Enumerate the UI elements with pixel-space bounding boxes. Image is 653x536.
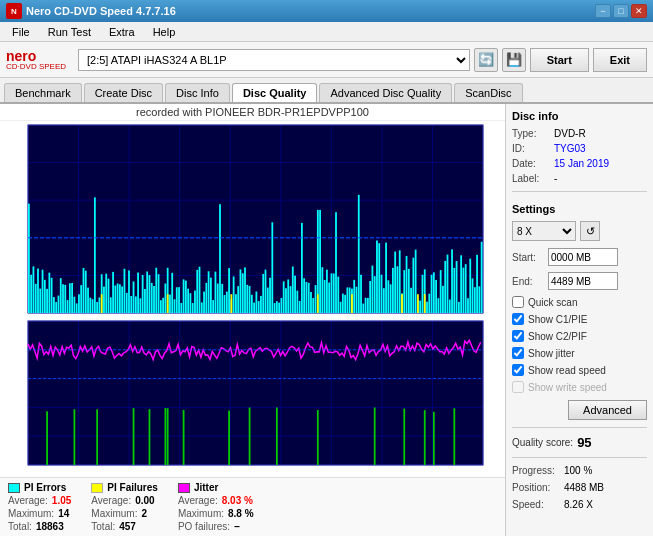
start-button[interactable]: Start <box>530 48 589 72</box>
c2pif-label: Show C2/PIF <box>528 331 587 342</box>
tab-disc-info[interactable]: Disc Info <box>165 83 230 102</box>
position-label: Position: <box>512 482 560 493</box>
close-button[interactable]: ✕ <box>631 4 647 18</box>
pi-errors-max-label: Maximum: <box>8 508 54 519</box>
disc-type-label: Type: <box>512 128 550 139</box>
disc-date-value: 15 Jan 2019 <box>554 158 609 169</box>
start-input-label: Start: <box>512 252 544 263</box>
maximize-button[interactable]: □ <box>613 4 629 18</box>
tab-bar: Benchmark Create Disc Disc Info Disc Qua… <box>0 78 653 104</box>
menu-runtest[interactable]: Run Test <box>40 24 99 40</box>
progress-row: Progress: 100 % <box>512 465 647 476</box>
readspeed-checkbox[interactable] <box>512 364 524 376</box>
readspeed-label: Show read speed <box>528 365 606 376</box>
pi-failures-title: PI Failures <box>107 482 158 493</box>
writespeed-checkbox <box>512 381 524 393</box>
end-input[interactable] <box>548 272 618 290</box>
pi-errors-avg-value: 1.05 <box>52 495 71 506</box>
jitter-row: Show jitter <box>512 347 647 359</box>
menu-extra[interactable]: Extra <box>101 24 143 40</box>
start-input[interactable] <box>548 248 618 266</box>
divider-2 <box>512 427 647 428</box>
tab-disc-quality[interactable]: Disc Quality <box>232 83 318 102</box>
quickscan-label: Quick scan <box>528 297 577 308</box>
pi-errors-avg-label: Average: <box>8 495 48 506</box>
refresh-settings-button[interactable]: ↺ <box>580 221 600 241</box>
jitter-max-label: Maximum: <box>178 508 224 519</box>
end-input-label: End: <box>512 276 544 287</box>
speed-select[interactable]: 8 X <box>512 221 576 241</box>
readspeed-row: Show read speed <box>512 364 647 376</box>
speed-value: 8.26 X <box>564 499 593 510</box>
pi-failures-total-label: Total: <box>91 521 115 532</box>
tab-scan-disc[interactable]: ScanDisc <box>454 83 522 102</box>
tab-create-disc[interactable]: Create Disc <box>84 83 163 102</box>
jitter-max-value: 8.8 % <box>228 508 254 519</box>
legend-area: PI Errors Average: 1.05 Maximum: 14 Tota… <box>0 477 505 536</box>
speed-label: Speed: <box>512 499 560 510</box>
legend-jitter: Jitter Average: 8.03 % Maximum: 8.8 % PO… <box>178 482 254 532</box>
disc-type-row: Type: DVD-R <box>512 128 647 139</box>
title-bar: N Nero CD-DVD Speed 4.7.7.16 − □ ✕ <box>0 0 653 22</box>
c1pie-checkbox[interactable] <box>512 313 524 325</box>
pi-failures-max-label: Maximum: <box>91 508 137 519</box>
pi-errors-max-value: 14 <box>58 508 69 519</box>
writespeed-label: Show write speed <box>528 382 607 393</box>
pi-errors-color <box>8 483 20 493</box>
c2pif-checkbox[interactable] <box>512 330 524 342</box>
menu-help[interactable]: Help <box>145 24 184 40</box>
right-panel: Disc info Type: DVD-R ID: TYG03 Date: 15… <box>505 104 653 536</box>
pi-failures-avg-label: Average: <box>91 495 131 506</box>
disc-date-label: Date: <box>512 158 550 169</box>
c2pif-row: Show C2/PIF <box>512 330 647 342</box>
quality-score-row: Quality score: 95 <box>512 435 647 450</box>
jitter-checkbox-label: Show jitter <box>528 348 575 359</box>
disc-date-row: Date: 15 Jan 2019 <box>512 158 647 169</box>
tab-benchmark[interactable]: Benchmark <box>4 83 82 102</box>
jitter-po-label: PO failures: <box>178 521 230 532</box>
speed-row: 8 X ↺ <box>512 221 647 241</box>
speed-row-progress: Speed: 8.26 X <box>512 499 647 510</box>
disc-id-label: ID: <box>512 143 550 154</box>
advanced-button[interactable]: Advanced <box>568 400 647 420</box>
menu-bar: File Run Test Extra Help <box>0 22 653 42</box>
main-chart <box>0 121 505 477</box>
main-content: recorded with PIONEER BDR-PR1EPDVPP100 P… <box>0 104 653 536</box>
jitter-checkbox[interactable] <box>512 347 524 359</box>
progress-label: Progress: <box>512 465 560 476</box>
progress-value: 100 % <box>564 465 592 476</box>
jitter-avg-label: Average: <box>178 495 218 506</box>
save-button[interactable]: 💾 <box>502 48 526 72</box>
chart-area: recorded with PIONEER BDR-PR1EPDVPP100 P… <box>0 104 505 536</box>
quickscan-checkbox[interactable] <box>512 296 524 308</box>
jitter-avg-value: 8.03 % <box>222 495 253 506</box>
jitter-po-value: − <box>234 521 240 532</box>
nero-logo: nero CD·DVD SPEED <box>6 49 66 71</box>
refresh-drive-button[interactable]: 🔄 <box>474 48 498 72</box>
disc-type-value: DVD-R <box>554 128 586 139</box>
divider-3 <box>512 457 647 458</box>
nero-logo-subtitle: CD·DVD SPEED <box>6 63 66 71</box>
position-value: 4488 MB <box>564 482 604 493</box>
disc-label-value: - <box>554 173 557 184</box>
chart-title: recorded with PIONEER BDR-PR1EPDVPP100 <box>0 104 505 121</box>
tab-advanced-disc-quality[interactable]: Advanced Disc Quality <box>319 83 452 102</box>
menu-file[interactable]: File <box>4 24 38 40</box>
c1pie-row: Show C1/PIE <box>512 313 647 325</box>
toolbar: nero CD·DVD SPEED [2:5] ATAPI iHAS324 A … <box>0 42 653 78</box>
exit-button[interactable]: Exit <box>593 48 647 72</box>
jitter-color <box>178 483 190 493</box>
pi-errors-total-value: 18863 <box>36 521 64 532</box>
position-row: Position: 4488 MB <box>512 482 647 493</box>
legend-pi-failures: PI Failures Average: 0.00 Maximum: 2 Tot… <box>91 482 158 532</box>
disc-id-row: ID: TYG03 <box>512 143 647 154</box>
pi-failures-color <box>91 483 103 493</box>
quality-score-value: 95 <box>577 435 591 450</box>
quickscan-row: Quick scan <box>512 296 647 308</box>
divider-1 <box>512 191 647 192</box>
c1pie-label: Show C1/PIE <box>528 314 587 325</box>
minimize-button[interactable]: − <box>595 4 611 18</box>
drive-select[interactable]: [2:5] ATAPI iHAS324 A BL1P <box>78 49 470 71</box>
settings-title: Settings <box>512 203 647 215</box>
pi-failures-avg-value: 0.00 <box>135 495 154 506</box>
